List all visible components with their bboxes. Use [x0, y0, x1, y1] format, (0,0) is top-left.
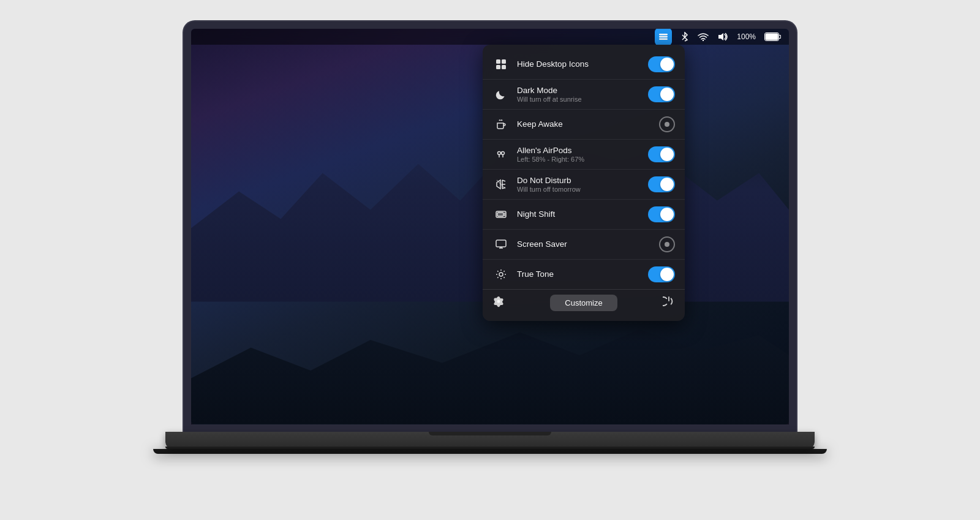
svg-rect-2 [659, 38, 668, 40]
menu-item-hide-desktop[interactable]: Hide Desktop Icons [483, 50, 685, 80]
coffee-icon [492, 116, 510, 133]
item-title-night-shift: Night Shift [517, 209, 641, 219]
svg-rect-1 [659, 36, 668, 37]
brightness-icon [492, 266, 510, 283]
toggle-hide-desktop[interactable] [648, 56, 675, 72]
svg-rect-8 [502, 59, 506, 64]
dropdown-panel: Hide Desktop Icons Dark ModeWill turn of… [483, 45, 685, 321]
menubar: 100% [191, 29, 789, 45]
item-title-airpods: Allen's AirPods [517, 146, 641, 155]
menu-item-dark-mode[interactable]: Dark ModeWill turn off at sunrise [483, 80, 685, 110]
toggle-screen-saver[interactable] [659, 236, 675, 252]
screen-content: 100% Hide Desktop Icons [191, 29, 789, 424]
item-title-do-not-disturb: Do Not Disturb [517, 176, 641, 185]
svg-rect-0 [659, 34, 668, 36]
svg-line-36 [497, 277, 498, 277]
menu-item-night-shift[interactable]: Night Shift [483, 200, 685, 230]
item-text-night-shift: Night Shift [517, 209, 641, 219]
battery-icon [764, 32, 782, 41]
menu-item-airpods[interactable]: Allen's AirPodsLeft: 58% - Right: 67% [483, 140, 685, 170]
menu-item-keep-awake[interactable]: Keep Awake [483, 110, 685, 140]
airpods-icon [492, 146, 510, 163]
toggle-true-tone[interactable] [648, 266, 675, 282]
menu-item-true-tone[interactable]: True Tone [483, 260, 685, 289]
wifi-icon[interactable] [698, 32, 709, 41]
menu-items-container: Hide Desktop Icons Dark ModeWill turn of… [483, 50, 685, 289]
item-text-do-not-disturb: Do Not DisturbWill turn off tomorrow [517, 176, 641, 193]
app-icon-menubar[interactable] [655, 29, 672, 45]
toggle-do-not-disturb[interactable] [648, 176, 675, 192]
laptop-container: 100% Hide Desktop Icons [153, 21, 827, 499]
dnd-icon [492, 176, 510, 193]
customize-button[interactable]: Customize [550, 295, 617, 311]
settings-icon[interactable] [492, 295, 505, 311]
bottom-bar: Customize [483, 289, 685, 316]
item-text-dark-mode: Dark ModeWill turn off at sunrise [517, 86, 641, 103]
item-title-screen-saver: Screen Saver [517, 239, 652, 249]
menu-item-do-not-disturb[interactable]: Do Not DisturbWill turn off tomorrow [483, 170, 685, 200]
item-title-keep-awake: Keep Awake [517, 119, 652, 129]
toggle-airpods[interactable] [648, 146, 675, 162]
night-shift-icon [492, 206, 510, 223]
item-text-keep-awake: Keep Awake [517, 119, 652, 129]
svg-point-13 [502, 151, 505, 154]
battery-percent: 100% [737, 32, 756, 41]
laptop-foot [153, 449, 827, 454]
svg-point-28 [499, 273, 503, 276]
toggle-dark-mode[interactable] [648, 86, 675, 102]
laptop-screen: 100% Hide Desktop Icons [184, 21, 796, 432]
svg-rect-21 [497, 213, 503, 216]
laptop-base [165, 432, 815, 449]
item-text-true-tone: True Tone [517, 269, 641, 279]
svg-point-11 [498, 151, 501, 154]
svg-rect-6 [766, 33, 778, 40]
item-subtitle-dark-mode: Will turn off at sunrise [517, 96, 641, 103]
grid-icon [492, 56, 510, 73]
svg-line-35 [503, 271, 504, 271]
svg-marker-4 [718, 33, 723, 40]
svg-point-3 [703, 39, 704, 40]
volume-icon[interactable] [717, 32, 728, 41]
toggle-keep-awake[interactable] [659, 116, 675, 132]
item-title-dark-mode: Dark Mode [517, 86, 641, 95]
svg-rect-9 [496, 65, 500, 69]
menu-item-screen-saver[interactable]: Screen Saver [483, 230, 685, 260]
monitor-icon [492, 236, 510, 253]
bluetooth-icon[interactable] [680, 32, 689, 42]
item-text-screen-saver: Screen Saver [517, 239, 652, 249]
svg-line-34 [503, 277, 504, 277]
item-text-hide-desktop: Hide Desktop Icons [517, 59, 641, 69]
moon-icon [492, 86, 510, 103]
power-icon[interactable] [663, 295, 675, 311]
menubar-right: 100% [655, 29, 782, 45]
item-text-airpods: Allen's AirPodsLeft: 58% - Right: 67% [517, 146, 641, 163]
svg-line-33 [497, 271, 498, 271]
item-title-hide-desktop: Hide Desktop Icons [517, 59, 641, 69]
svg-rect-25 [496, 240, 506, 247]
item-subtitle-do-not-disturb: Will turn off tomorrow [517, 186, 641, 193]
svg-rect-7 [496, 59, 500, 64]
toggle-night-shift[interactable] [648, 206, 675, 222]
item-title-true-tone: True Tone [517, 269, 641, 279]
svg-rect-10 [502, 65, 506, 69]
item-subtitle-airpods: Left: 58% - Right: 67% [517, 156, 641, 163]
